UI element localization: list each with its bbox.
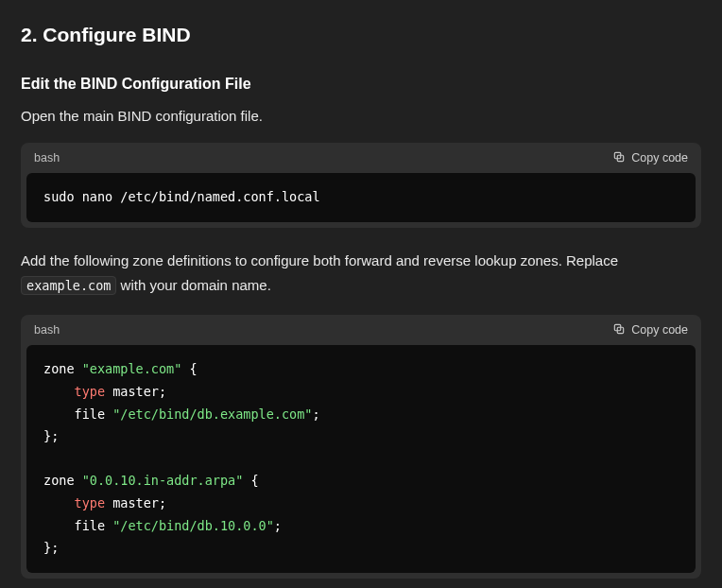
code-language-label: bash [34, 320, 60, 339]
copy-code-button[interactable]: Copy code [612, 322, 688, 338]
paragraph-text: Add the following zone definitions to co… [21, 252, 618, 268]
subsection-heading: Edit the BIND Configuration File [21, 72, 701, 96]
code-block-1: bash Copy code sudo nano /etc/bind/named… [21, 143, 701, 228]
copy-icon [612, 150, 626, 166]
code-language-label: bash [34, 148, 60, 167]
paragraph-text: with your domain name. [116, 277, 270, 293]
copy-label: Copy code [631, 323, 688, 337]
zones-paragraph: Add the following zone definitions to co… [21, 249, 701, 299]
copy-code-button[interactable]: Copy code [612, 150, 688, 166]
copy-icon [612, 322, 626, 338]
code-block-2: bash Copy code zone "example.com" { type… [21, 315, 701, 579]
code-header: bash Copy code [21, 143, 701, 173]
section-heading: 2. Configure BIND [21, 19, 701, 51]
code-body: zone "example.com" { type master; file "… [26, 345, 696, 573]
code-body: sudo nano /etc/bind/named.conf.local [26, 173, 696, 222]
intro-paragraph: Open the main BIND configuration file. [21, 105, 701, 128]
code-header: bash Copy code [21, 315, 701, 345]
inline-code: example.com [21, 276, 116, 295]
copy-label: Copy code [631, 151, 688, 164]
